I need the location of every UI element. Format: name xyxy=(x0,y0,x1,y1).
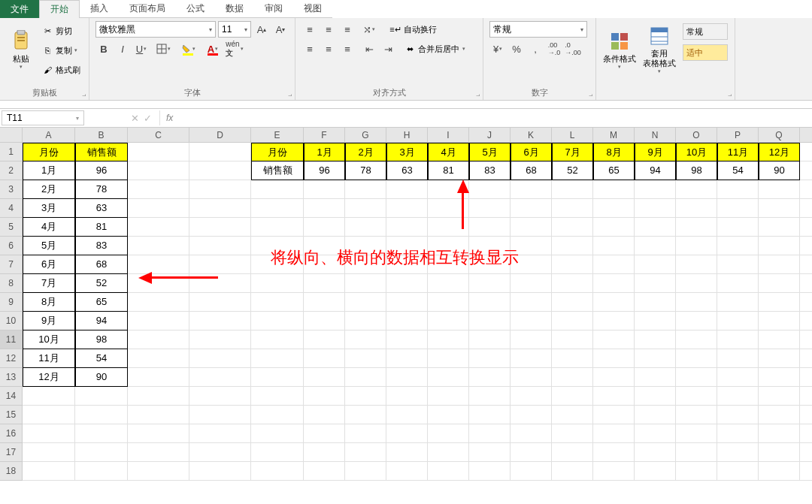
cell[interactable] xyxy=(304,330,345,349)
cell[interactable] xyxy=(128,330,189,349)
cell[interactable] xyxy=(345,274,386,293)
cell[interactable] xyxy=(717,406,759,424)
bold-button[interactable]: B xyxy=(95,41,112,57)
tab-home[interactable]: 开始 xyxy=(39,0,80,18)
fill-color-button[interactable] xyxy=(177,41,199,57)
cell[interactable] xyxy=(800,218,812,237)
column-header[interactable]: P xyxy=(717,128,759,143)
cell[interactable] xyxy=(759,274,800,293)
cell[interactable] xyxy=(23,387,75,406)
cell[interactable] xyxy=(800,424,812,443)
cell[interactable]: 11月 xyxy=(23,349,75,368)
cell[interactable] xyxy=(635,199,676,218)
cell[interactable]: 2月 xyxy=(23,180,75,199)
format-painter-button[interactable]: 🖌格式刷 xyxy=(39,62,83,78)
cell[interactable] xyxy=(189,406,251,424)
cell[interactable] xyxy=(345,368,386,387)
cell[interactable] xyxy=(469,443,511,462)
cell[interactable] xyxy=(75,443,128,462)
cell[interactable] xyxy=(345,218,386,237)
cell[interactable] xyxy=(717,349,759,368)
cell[interactable]: 1月 xyxy=(304,143,345,161)
tab-review[interactable]: 审阅 xyxy=(254,0,293,18)
align-bottom-icon[interactable]: ≡ xyxy=(339,21,356,38)
cell[interactable] xyxy=(552,274,593,293)
column-header[interactable]: R xyxy=(800,128,812,143)
cell[interactable] xyxy=(593,237,635,255)
align-center-icon[interactable]: ≡ xyxy=(320,41,337,57)
row-header[interactable]: 12 xyxy=(0,349,23,368)
cell[interactable] xyxy=(345,387,386,406)
cell[interactable] xyxy=(593,368,635,387)
phonetic-button[interactable]: wén文 xyxy=(226,41,243,57)
format-as-table-button[interactable]: 套用 表格格式 ▾ xyxy=(638,20,680,80)
cell[interactable] xyxy=(428,462,469,481)
wrap-text-button[interactable]: ≡↵自动换行 xyxy=(387,21,439,38)
cell[interactable] xyxy=(676,424,717,443)
column-header[interactable]: N xyxy=(635,128,676,143)
cell[interactable] xyxy=(800,462,812,481)
cell[interactable] xyxy=(593,330,635,349)
cell[interactable] xyxy=(189,199,251,218)
cell[interactable] xyxy=(635,462,676,481)
cell[interactable] xyxy=(800,368,812,387)
cell[interactable] xyxy=(593,406,635,424)
cell[interactable] xyxy=(189,349,251,368)
cell[interactable] xyxy=(800,406,812,424)
cell[interactable] xyxy=(189,293,251,312)
paste-button[interactable]: 粘贴 ▾ xyxy=(5,20,38,80)
cell[interactable]: 83 xyxy=(469,161,511,180)
cell[interactable] xyxy=(304,199,345,218)
cell[interactable] xyxy=(759,330,800,349)
increase-indent-icon[interactable]: ⇥ xyxy=(380,41,396,57)
cell[interactable] xyxy=(759,199,800,218)
cell[interactable] xyxy=(386,312,428,330)
cell[interactable] xyxy=(511,462,552,481)
decrease-decimal-icon[interactable]: .0→.00 xyxy=(565,41,581,57)
cell[interactable]: 5月 xyxy=(469,143,511,161)
cell[interactable] xyxy=(552,218,593,237)
cell[interactable] xyxy=(128,237,189,255)
cell[interactable]: 52 xyxy=(75,274,128,293)
cell[interactable]: 月份 xyxy=(23,143,75,161)
cell[interactable] xyxy=(469,349,511,368)
cell[interactable] xyxy=(128,368,189,387)
border-button[interactable] xyxy=(152,41,174,57)
cell[interactable]: 98 xyxy=(75,330,128,349)
cell[interactable]: 83 xyxy=(75,237,128,255)
orientation-icon[interactable]: ⤭ xyxy=(361,21,377,38)
cell[interactable] xyxy=(128,255,189,274)
row-header[interactable]: 5 xyxy=(0,218,23,237)
cell[interactable] xyxy=(251,274,304,293)
row-header[interactable]: 15 xyxy=(0,406,23,424)
cell[interactable] xyxy=(593,293,635,312)
currency-icon[interactable]: ¥ xyxy=(489,41,506,57)
row-header[interactable]: 6 xyxy=(0,237,23,255)
cell[interactable] xyxy=(189,443,251,462)
cell[interactable] xyxy=(304,368,345,387)
cell[interactable]: 78 xyxy=(75,180,128,199)
cell[interactable] xyxy=(511,274,552,293)
tab-file[interactable]: 文件 xyxy=(0,0,39,18)
cell[interactable] xyxy=(552,387,593,406)
row-header[interactable]: 3 xyxy=(0,180,23,199)
cut-button[interactable]: ✂剪切 xyxy=(39,23,83,39)
cell[interactable] xyxy=(428,312,469,330)
cell[interactable] xyxy=(759,180,800,199)
cell[interactable]: 81 xyxy=(75,218,128,237)
column-header[interactable]: A xyxy=(23,128,75,143)
cell[interactable] xyxy=(386,218,428,237)
cell[interactable] xyxy=(251,330,304,349)
column-header[interactable]: F xyxy=(304,128,345,143)
cell[interactable] xyxy=(469,330,511,349)
cancel-formula-icon[interactable]: ✕ xyxy=(131,113,139,124)
underline-button[interactable]: U xyxy=(133,41,150,57)
cell[interactable]: 6月 xyxy=(511,143,552,161)
cell[interactable] xyxy=(717,274,759,293)
cell[interactable] xyxy=(304,387,345,406)
column-header[interactable]: E xyxy=(251,128,304,143)
cell[interactable] xyxy=(189,312,251,330)
cell[interactable] xyxy=(189,255,251,274)
cell[interactable] xyxy=(251,387,304,406)
cell[interactable] xyxy=(511,199,552,218)
